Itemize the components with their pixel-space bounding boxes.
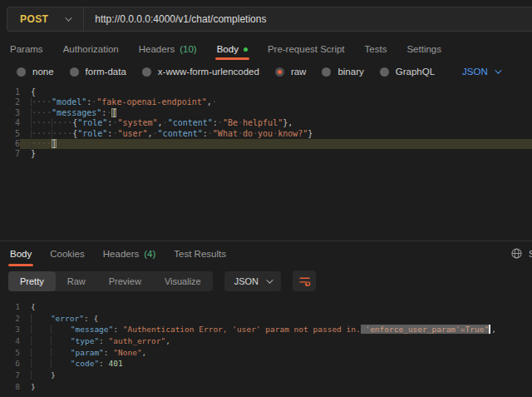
line-number: 4 (0, 118, 20, 128)
view-visualize[interactable]: Visualize (153, 271, 213, 291)
code-line[interactable]: 6 "code": 401 (0, 358, 532, 370)
view-raw[interactable]: Raw (56, 271, 97, 291)
tab-label: Pre-request Script (268, 44, 345, 54)
tab-params[interactable]: Params (10, 38, 43, 60)
radio-icon (380, 67, 389, 77)
line-number: 7 (0, 149, 20, 159)
radio-none[interactable]: none (17, 67, 54, 77)
line-number: 2 (0, 97, 20, 107)
radio-graphql[interactable]: GraphQL (380, 67, 435, 77)
method-label: POST (20, 13, 48, 25)
line-number: 3 (0, 108, 20, 118)
radio-label: none (32, 67, 54, 77)
code-line[interactable]: 7 } (0, 370, 532, 381)
response-tab-headers[interactable]: Headers (4) (103, 241, 156, 266)
headers-count-badge: (4) (144, 249, 155, 259)
status-text-clipped: St (529, 249, 532, 259)
tab-body[interactable]: Body (217, 38, 248, 60)
tab-label: Headers (103, 249, 139, 259)
request-url-bar: POST http://0.0.0.0:4000/v1/chat/complet… (7, 7, 532, 32)
code-line[interactable]: 5········{"role":·"user",·"content":·"Wh… (0, 129, 532, 139)
tab-label: Headers (139, 44, 175, 54)
radio-label: GraphQL (396, 67, 435, 77)
line-number: 5 (0, 347, 20, 359)
radio-icon (70, 67, 79, 77)
radio-label: x-www-form-urlencoded (158, 67, 259, 77)
line-number: 6 (0, 358, 20, 370)
tab-authorization[interactable]: Authorization (63, 38, 119, 60)
tab-pre-request-script[interactable]: Pre-request Script (268, 38, 345, 60)
code-line[interactable]: 3 "message": "Authentication Error, 'use… (0, 324, 532, 335)
radio-selected-icon (275, 67, 284, 77)
raw-language-label: JSON (462, 67, 488, 77)
tab-headers[interactable]: Headers (10) (139, 38, 197, 60)
code-line[interactable]: 3····"messages":·[ (0, 108, 532, 118)
line-number: 7 (0, 370, 20, 381)
code-line[interactable]: 4········{"role":·"system",·"content":·"… (0, 118, 532, 128)
tab-label: Body (10, 249, 32, 259)
code-line[interactable]: 2 "error": { (0, 313, 532, 325)
request-body-editor[interactable]: 1{2····"model":·"fake-openai-endpoint",·… (0, 83, 532, 241)
response-tab-cookies[interactable]: Cookies (50, 241, 85, 266)
code-line[interactable]: 1{ (0, 301, 532, 313)
tab-label: Body (217, 44, 239, 54)
radio-raw[interactable]: raw (275, 67, 307, 77)
radio-icon (17, 67, 26, 77)
radio-label: binary (337, 67, 363, 77)
response-view-bar: Pretty Raw Preview Visualize JSON (0, 266, 532, 297)
code-line[interactable]: 6····] (0, 139, 532, 149)
radio-form-data[interactable]: form-data (70, 67, 126, 77)
response-tab-body[interactable]: Body (10, 241, 32, 266)
raw-language-select[interactable]: JSON (462, 67, 500, 77)
headers-count-badge: (10) (180, 44, 196, 54)
modified-dot-icon (244, 47, 248, 52)
radio-binary[interactable]: binary (322, 67, 363, 77)
globe-icon[interactable] (511, 248, 522, 261)
line-number: 8 (0, 381, 20, 393)
tab-label: Params (10, 44, 43, 54)
tab-label: Cookies (50, 249, 85, 259)
request-tabs: Params Authorization Headers (10) Body P… (0, 38, 532, 60)
radio-icon (322, 67, 331, 77)
radio-label: form-data (86, 67, 126, 77)
url-input[interactable]: http://0.0.0.0:4000/v1/chat/completions (84, 13, 266, 25)
response-language-label: JSON (234, 276, 259, 286)
view-segmented-control: Pretty Raw Preview Visualize (8, 271, 213, 291)
code-line[interactable]: 5 "param": "None", (0, 347, 532, 359)
tab-label: Tests (365, 44, 387, 54)
response-language-select[interactable]: JSON (224, 271, 281, 291)
chevron-down-icon (266, 276, 273, 283)
code-line[interactable]: 7} (0, 149, 532, 159)
response-body-editor[interactable]: 1{2 "error": {3 "message": "Authenticati… (0, 297, 532, 392)
tab-settings[interactable]: Settings (406, 38, 441, 60)
code-line[interactable]: 2····"model":·"fake-openai-endpoint",· (0, 97, 532, 107)
response-tabs: Body Cookies Headers (4) Test Results St (0, 241, 532, 266)
body-type-row: none form-data x-www-form-urlencoded raw… (0, 60, 532, 83)
chevron-down-icon (65, 14, 71, 21)
line-number: 5 (0, 129, 20, 139)
tab-label: Authorization (63, 44, 119, 54)
radio-label: raw (291, 67, 307, 77)
response-tab-test-results[interactable]: Test Results (174, 241, 226, 266)
code-line[interactable]: 1{ (0, 87, 532, 97)
radio-icon (142, 67, 151, 77)
request-url-row: POST http://0.0.0.0:4000/v1/chat/complet… (0, 0, 532, 38)
wrap-text-button[interactable] (293, 270, 316, 291)
line-number: 6 (0, 139, 20, 149)
tab-tests[interactable]: Tests (365, 38, 387, 60)
radio-x-www-form-urlencoded[interactable]: x-www-form-urlencoded (142, 67, 259, 77)
wrap-text-icon (298, 275, 311, 286)
line-number: 4 (0, 335, 20, 347)
line-number: 3 (0, 324, 20, 335)
line-number: 1 (0, 301, 20, 313)
line-number: 2 (0, 313, 20, 325)
view-preview[interactable]: Preview (97, 271, 153, 291)
code-line[interactable]: 8} (0, 381, 532, 393)
code-line[interactable]: 4 "type": "auth_error", (0, 335, 532, 347)
method-select[interactable]: POST (7, 7, 83, 31)
tab-label: Test Results (174, 249, 226, 259)
tab-label: Settings (406, 44, 441, 54)
chevron-down-icon (495, 67, 501, 73)
view-pretty[interactable]: Pretty (8, 271, 56, 291)
response-pane: Body Cookies Headers (4) Test Results St… (0, 241, 532, 392)
